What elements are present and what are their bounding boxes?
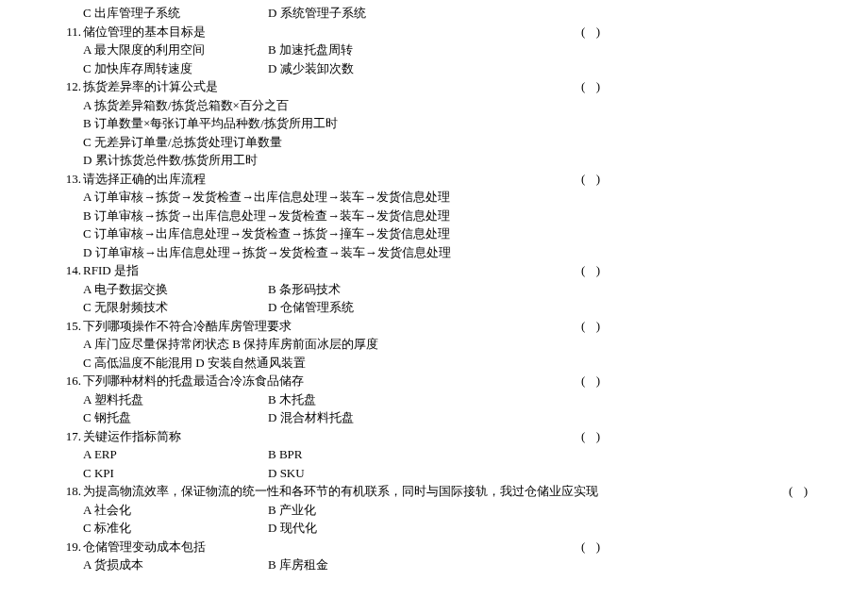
option-d: D 仓储管理系统 bbox=[268, 298, 354, 317]
option-c: C 标准化 bbox=[83, 519, 268, 538]
option-c: C 出库管理子系统 bbox=[83, 4, 268, 23]
option-d: D 减少装卸次数 bbox=[268, 59, 354, 78]
question-number: 19. bbox=[57, 538, 83, 556]
option-c: C 订单审核→出库信息处理→发货检查→拣货→撞车→发货信息处理 bbox=[57, 224, 604, 243]
option-row: A 社会化 B 产业化 bbox=[57, 501, 604, 520]
option-row: A ERP B BPR bbox=[57, 445, 604, 464]
option-a: A 社会化 bbox=[83, 501, 268, 520]
option-a: A 塑料托盘 bbox=[83, 390, 268, 409]
option-b: B 木托盘 bbox=[268, 390, 316, 409]
question-text: 请选择正确的出库流程 bbox=[83, 170, 206, 189]
question-17: 17. 关键运作指标简称 ( ) bbox=[57, 427, 604, 446]
option-row: C 无限射频技术 D 仓储管理系统 bbox=[57, 298, 604, 317]
question-number: 16. bbox=[57, 372, 83, 390]
option-c: C 钢托盘 bbox=[83, 408, 268, 427]
option-c: C KPI bbox=[83, 464, 268, 483]
option-d: D 现代化 bbox=[268, 519, 317, 538]
option-b: B BPR bbox=[268, 445, 303, 464]
answer-blank: ( ) bbox=[581, 427, 604, 446]
question-15: 15. 下列哪项操作不符合冷酷库房管理要求 ( ) bbox=[57, 317, 604, 336]
question-14: 14. RFID 是指 ( ) bbox=[57, 261, 604, 280]
answer-blank: ( ) bbox=[789, 482, 811, 501]
option-ab: A 库门应尽量保持常闭状态 B 保持库房前面冰层的厚度 bbox=[57, 335, 604, 354]
option-d: D 累计拣货总件数/拣货所用工时 bbox=[57, 151, 604, 170]
answer-blank: ( ) bbox=[581, 170, 604, 189]
option-a: A 货损成本 bbox=[83, 556, 268, 574]
option-a: A 拣货差异箱数/拣货总箱数×百分之百 bbox=[57, 96, 604, 115]
question-text: 下列哪项操作不符合冷酷库房管理要求 bbox=[83, 317, 292, 336]
question-text: 关键运作指标简称 bbox=[83, 427, 181, 446]
option-row: C 加快库存周转速度 D 减少装卸次数 bbox=[57, 59, 604, 78]
question-19: 19. 仓储管理变动成本包括 ( ) bbox=[57, 538, 604, 556]
option-b: B 产业化 bbox=[268, 501, 316, 520]
question-text: 为提高物流效率，保证物流的统一性和各环节的有机联系，同时与国际接轨，我过仓储业应… bbox=[83, 482, 598, 501]
question-number: 11. bbox=[57, 23, 83, 41]
option-row: A 最大限度的利用空间 B 加速托盘周转 bbox=[57, 41, 604, 59]
option-a: A 最大限度的利用空间 bbox=[83, 41, 268, 59]
answer-blank: ( ) bbox=[581, 77, 604, 96]
option-row: A 电子数据交换 B 条形码技术 bbox=[57, 280, 604, 299]
question-number: 17. bbox=[57, 427, 83, 446]
question-text: 仓储管理变动成本包括 bbox=[83, 538, 206, 556]
question-18: 18. 为提高物流效率，保证物流的统一性和各环节的有机联系，同时与国际接轨，我过… bbox=[57, 482, 811, 501]
question-13: 13. 请选择正确的出库流程 ( ) bbox=[57, 170, 604, 189]
question-text: 下列哪种材料的托盘最适合冷冻食品储存 bbox=[83, 372, 304, 390]
option-cd: C 高低温度不能混用 D 安装自然通风装置 bbox=[57, 354, 604, 373]
option-a: A 电子数据交换 bbox=[83, 280, 268, 299]
option-d: D 混合材料托盘 bbox=[268, 408, 354, 427]
question-12: 12. 拣货差异率的计算公式是 ( ) bbox=[57, 77, 604, 96]
question-11: 11. 储位管理的基本目标是 ( ) bbox=[57, 23, 604, 41]
question-number: 12. bbox=[57, 77, 83, 96]
option-c: C 加快库存周转速度 bbox=[83, 59, 268, 78]
answer-blank: ( ) bbox=[581, 372, 604, 390]
option-a: A ERP bbox=[83, 445, 268, 464]
option-b: B 库房租金 bbox=[268, 556, 328, 574]
option-d: D 系统管理子系统 bbox=[268, 4, 366, 23]
option-a: A 订单审核→拣货→发货检查→出库信息处理→装车→发货信息处理 bbox=[57, 188, 604, 207]
option-row: C 钢托盘 D 混合材料托盘 bbox=[57, 408, 604, 427]
option-b: B 订单数量×每张订单平均品种数/拣货所用工时 bbox=[57, 114, 604, 133]
question-text: 储位管理的基本目标是 bbox=[83, 23, 206, 41]
answer-blank: ( ) bbox=[581, 261, 604, 280]
option-c: C 无限射频技术 bbox=[83, 298, 268, 317]
answer-blank: ( ) bbox=[581, 538, 604, 556]
option-row: A 货损成本 B 库房租金 bbox=[57, 556, 604, 574]
question-number: 14. bbox=[57, 261, 83, 280]
option-row: C 标准化 D 现代化 bbox=[57, 519, 604, 538]
option-d: D SKU bbox=[268, 464, 305, 483]
question-text: RFID 是指 bbox=[83, 261, 139, 280]
option-b: B 加速托盘周转 bbox=[268, 41, 353, 59]
option-b: B 条形码技术 bbox=[268, 280, 341, 299]
answer-blank: ( ) bbox=[581, 23, 604, 41]
option-row: C KPI D SKU bbox=[57, 464, 604, 483]
option-c: C 无差异订单量/总拣货处理订单数量 bbox=[57, 133, 604, 152]
question-text: 拣货差异率的计算公式是 bbox=[83, 77, 218, 96]
option-row: A 塑料托盘 B 木托盘 bbox=[57, 390, 604, 409]
pre-option-row: C 出库管理子系统 D 系统管理子系统 bbox=[57, 4, 604, 23]
question-16: 16. 下列哪种材料的托盘最适合冷冻食品储存 ( ) bbox=[57, 372, 604, 390]
question-number: 15. bbox=[57, 317, 83, 336]
option-b: B 订单审核→拣货→出库信息处理→发货检查→装车→发货信息处理 bbox=[57, 207, 604, 225]
question-number: 13. bbox=[57, 170, 83, 189]
answer-blank: ( ) bbox=[581, 317, 604, 336]
question-number: 18. bbox=[57, 482, 83, 501]
option-d: D 订单审核→出库信息处理→拣货→发货检查→装车→发货信息处理 bbox=[57, 243, 604, 262]
exam-content: C 出库管理子系统 D 系统管理子系统 11. 储位管理的基本目标是 ( ) A… bbox=[57, 4, 604, 574]
